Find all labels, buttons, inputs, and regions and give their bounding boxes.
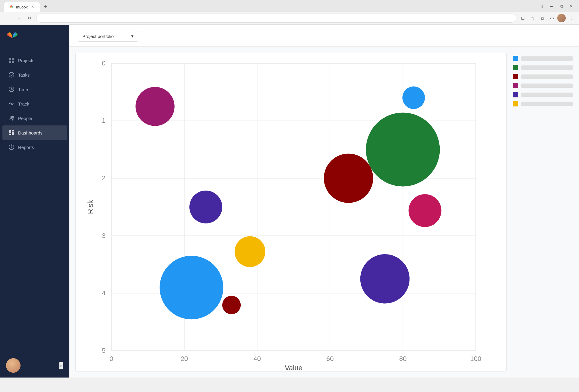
sidebar: Projects Tasks <box>0 25 69 378</box>
people-icon <box>8 115 14 121</box>
legend-item-6 <box>513 101 573 106</box>
menu-button[interactable]: ⋮ <box>567 14 575 22</box>
legend-color-6 <box>513 101 518 106</box>
legend-label-6 <box>521 102 573 106</box>
bubble-2[interactable] <box>366 112 440 186</box>
app-logo-icon <box>6 32 19 45</box>
sidebar-item-people[interactable]: People <box>2 111 67 125</box>
tasks-icon <box>8 72 14 78</box>
svg-text:40: 40 <box>253 355 261 362</box>
bubble-5[interactable] <box>189 191 222 223</box>
sidebar-logo-area <box>0 25 69 51</box>
bookmark-button[interactable]: ☆ <box>528 14 537 22</box>
sidebar-item-tasks[interactable]: Tasks <box>2 68 67 82</box>
tab-bar: InLoox ✕ + ⇩ ─ ⧉ ✕ <box>0 0 579 12</box>
legend-color-5 <box>513 92 518 97</box>
legend-label-2 <box>521 65 573 70</box>
extensions-button[interactable]: ⧉ <box>538 14 546 22</box>
svg-text:1: 1 <box>102 117 106 124</box>
svg-text:100: 100 <box>470 355 481 362</box>
app-container: Projects Tasks <box>0 25 579 378</box>
window-controls: ⇩ ─ ⧉ ✕ <box>538 2 575 12</box>
svg-rect-9 <box>12 130 14 131</box>
projects-icon <box>8 57 14 63</box>
legend-item-5 <box>513 92 573 97</box>
svg-text:20: 20 <box>181 355 188 362</box>
bubble-10[interactable] <box>360 254 410 303</box>
sidebar-item-label-reports: Reports <box>18 145 34 150</box>
svg-point-13 <box>11 147 12 148</box>
legend-label-5 <box>521 93 573 97</box>
sidebar-item-label-dashboards: Dashboards <box>18 130 43 135</box>
main-header: Project portfolio ▾ <box>69 25 579 47</box>
legend-color-4 <box>513 83 518 88</box>
minimize-button[interactable]: ─ <box>548 2 556 11</box>
tab-close-button[interactable]: ✕ <box>30 5 35 9</box>
dashboards-icon <box>8 130 14 136</box>
legend-label-3 <box>521 74 573 79</box>
new-tab-button[interactable]: + <box>41 3 50 11</box>
bubble-chart: 0 1 2 3 4 5 0 20 40 60 80 100 Value <box>76 53 506 371</box>
legend-color-1 <box>513 56 518 61</box>
forward-button[interactable]: → <box>14 14 23 22</box>
bubble-6[interactable] <box>235 236 265 267</box>
sidebar-collapse-button[interactable]: « <box>59 362 63 369</box>
refresh-button[interactable]: ↻ <box>25 14 34 22</box>
main-content: Project portfolio ▾ <box>69 25 579 378</box>
sidebar-item-label-people: People <box>18 116 32 121</box>
bubble-4[interactable] <box>135 87 174 126</box>
legend-color-3 <box>513 74 518 79</box>
svg-rect-0 <box>9 58 11 60</box>
legend-item-4 <box>513 83 573 88</box>
sidebar-item-track[interactable]: Track <box>2 96 67 111</box>
restore-button[interactable]: ⧉ <box>557 2 566 11</box>
sidebar-item-label-projects: Projects <box>18 58 34 63</box>
svg-text:0: 0 <box>109 355 113 362</box>
portfolio-dropdown[interactable]: Project portfolio ▾ <box>78 31 138 42</box>
svg-point-6 <box>10 116 12 118</box>
back-button[interactable]: ← <box>4 14 12 22</box>
bubble-1[interactable] <box>402 87 425 109</box>
tab-list-button[interactable]: ⇩ <box>538 2 546 11</box>
track-icon <box>8 101 14 107</box>
sidebar-toggle-button[interactable]: ▭ <box>548 14 556 22</box>
sidebar-item-time[interactable]: Time <box>2 82 67 96</box>
bubble-8[interactable] <box>222 296 241 314</box>
chart-area: 0 1 2 3 4 5 0 20 40 60 80 100 Value <box>69 47 579 378</box>
svg-text:Risk: Risk <box>86 200 94 214</box>
sidebar-item-label-time: Time <box>18 87 28 92</box>
user-avatar-browser[interactable] <box>557 14 566 22</box>
sidebar-item-projects[interactable]: Projects <box>2 53 67 68</box>
browser-chrome: InLoox ✕ + ⇩ ─ ⧉ ✕ ← → ↻ ⊡ ☆ ⧉ ▭ ⋮ <box>0 0 579 25</box>
close-window-button[interactable]: ✕ <box>567 2 575 11</box>
svg-text:5: 5 <box>102 347 106 354</box>
sidebar-item-reports[interactable]: Reports <box>2 140 67 154</box>
cast-button[interactable]: ⊡ <box>519 14 527 22</box>
user-avatar[interactable] <box>6 358 21 373</box>
svg-text:80: 80 <box>399 355 407 362</box>
svg-rect-1 <box>12 58 14 60</box>
svg-rect-11 <box>9 134 11 135</box>
address-input[interactable] <box>36 14 516 23</box>
svg-rect-8 <box>9 130 11 133</box>
time-icon <box>8 86 14 92</box>
legend-item-2 <box>513 65 573 70</box>
svg-point-4 <box>9 72 14 77</box>
portfolio-label: Project portfolio <box>82 34 114 39</box>
svg-text:60: 60 <box>326 355 334 362</box>
tab-title: InLoox <box>16 5 28 9</box>
svg-text:2: 2 <box>102 174 106 182</box>
active-tab[interactable]: InLoox ✕ <box>4 2 40 12</box>
bubble-7[interactable] <box>160 256 223 319</box>
svg-text:Value: Value <box>285 364 302 371</box>
chart-legend <box>513 53 573 371</box>
bubble-9[interactable] <box>409 194 441 227</box>
svg-rect-2 <box>9 61 11 63</box>
svg-text:0: 0 <box>102 59 106 67</box>
sidebar-item-dashboards[interactable]: Dashboards <box>2 125 67 140</box>
legend-item-1 <box>513 56 573 61</box>
bubble-3[interactable] <box>324 154 373 203</box>
legend-label-4 <box>521 84 573 88</box>
legend-color-2 <box>513 65 518 70</box>
sidebar-item-label-track: Track <box>18 101 29 106</box>
